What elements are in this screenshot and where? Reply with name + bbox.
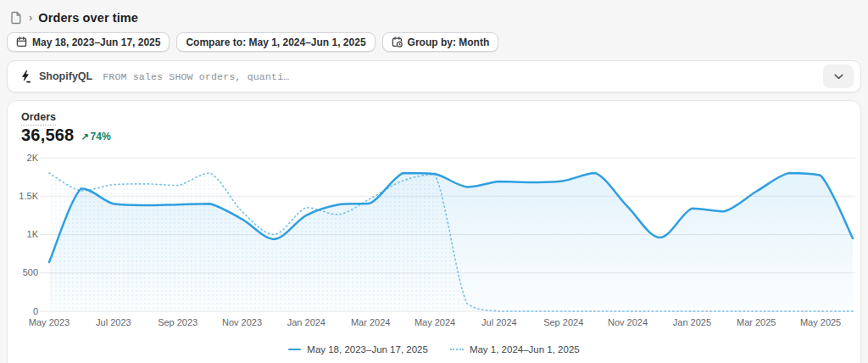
breadcrumb: › Orders over time [10,8,138,28]
svg-text:Sep 2024: Sep 2024 [543,317,583,327]
x-axis-labels: May 2023Jul 2023Sep 2023Nov 2023Jan 2024… [29,317,841,327]
expand-query-button[interactable] [823,64,854,88]
group-by-label: Group by: Month [408,36,490,48]
orders-chart-card: Orders 36,568 ↗ 74% 05001K1.5K2KMay 2023… [7,100,861,363]
breadcrumb-separator: › [29,11,32,24]
shopify-analytics-page: { "breadcrumb": { "separator": "\u203a",… [0,0,868,363]
compare-to-label: Compare to: May 1, 2024–Jun 1, 2025 [186,36,365,48]
svg-text:500: 500 [23,267,38,277]
compare-to-button[interactable]: Compare to: May 1, 2024–Jun 1, 2025 [176,32,375,52]
legend-label-comparison: May 1, 2024–Jun 1, 2025 [470,344,580,355]
shopifyql-lightning-icon [19,70,31,83]
shopifyql-query-bar[interactable]: ShopifyQL FROM sales SHOW orders, quanti… [7,60,861,92]
svg-text:Jul 2024: Jul 2024 [481,317,517,327]
svg-text:Jan 2025: Jan 2025 [673,317,711,327]
svg-text:Nov 2024: Nov 2024 [608,317,648,327]
legend-label-current: May 18, 2023–Jun 17, 2025 [307,344,428,355]
shopifyql-query-preview: FROM sales SHOW orders, quanti… [103,71,289,82]
orders-line-chart[interactable]: 05001K1.5K2KMay 2023Jul 2023Sep 2023Nov … [8,154,862,335]
svg-text:May 2025: May 2025 [800,317,841,327]
svg-text:Nov 2023: Nov 2023 [222,317,262,327]
calendar-icon [16,36,27,47]
svg-text:0: 0 [33,306,38,316]
legend-item-comparison: May 1, 2024–Jun 1, 2025 [450,344,580,355]
svg-text:2K: 2K [27,154,39,163]
svg-text:May 2023: May 2023 [29,317,70,327]
svg-text:1K: 1K [27,229,39,239]
chevron-down-icon [834,74,843,80]
metric-value: 36,568 [21,126,74,145]
change-badge: ↗ 74% [81,131,110,142]
metric-row: 36,568 ↗ 74% [21,126,111,145]
svg-text:Mar 2025: Mar 2025 [737,317,776,327]
group-by-button[interactable]: Group by: Month [382,32,499,52]
change-value: 74% [91,131,111,142]
shopifyql-brand-label: ShopifyQL [39,70,92,82]
svg-text:Mar 2024: Mar 2024 [351,317,390,327]
svg-text:May 2024: May 2024 [415,317,455,327]
svg-text:1.5K: 1.5K [19,191,38,201]
svg-text:Sep 2023: Sep 2023 [158,317,198,327]
page-title: Orders over time [38,11,138,25]
report-file-icon [10,11,23,25]
svg-text:Jul 2023: Jul 2023 [96,317,131,327]
filter-bar: May 18, 2023–Jun 17, 2025 Compare to: Ma… [7,32,498,52]
date-range-button[interactable]: May 18, 2023–Jun 17, 2025 [7,32,170,52]
dotted-line-swatch [450,349,464,350]
chart-legend: May 18, 2023–Jun 17, 2025 May 1, 2024–Ju… [8,344,860,355]
legend-item-current: May 18, 2023–Jun 17, 2025 [288,344,428,355]
calendar-clock-icon [392,36,403,47]
trend-up-arrow-icon: ↗ [81,131,88,142]
metric-label: Orders [21,111,56,126]
solid-line-swatch [288,349,301,351]
date-range-label: May 18, 2023–Jun 17, 2025 [32,36,160,48]
svg-text:Jan 2024: Jan 2024 [287,317,326,327]
